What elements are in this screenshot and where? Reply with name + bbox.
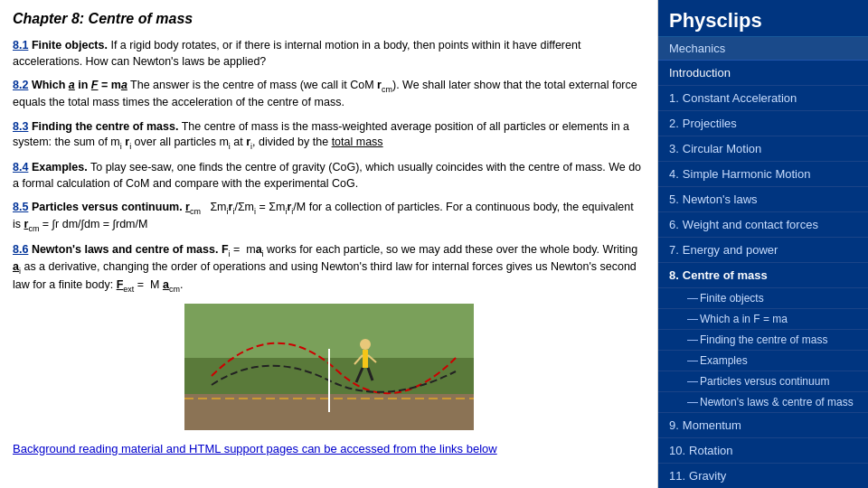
section-link-8-1[interactable]: 8.1: [13, 39, 28, 52]
sidebar: Physclips Mechanics Introduction 1. Cons…: [658, 0, 868, 488]
sidebar-item-7[interactable]: 7. Energy and power: [658, 238, 868, 263]
sidebar-subitem-finite[interactable]: Finite objects: [658, 288, 868, 309]
sidebar-item-3[interactable]: 3. Circular Motion: [658, 136, 868, 162]
trajectory-svg: [184, 304, 474, 430]
sidebar-subitem-newtons[interactable]: Newton's laws & centre of mass: [658, 392, 868, 413]
sidebar-item-9[interactable]: 9. Momentum: [658, 413, 868, 438]
sidebar-item-5[interactable]: 5. Newton's laws: [658, 187, 868, 212]
sidebar-item-6[interactable]: 6. Weight and contact forces: [658, 212, 868, 238]
page-title: Chapter 8: Centre of mass: [13, 11, 645, 27]
sidebar-item-11[interactable]: 11. Gravity: [658, 464, 868, 488]
svg-point-5: [360, 339, 371, 350]
section-8-6: 8.6 Newton's laws and centre of mass. Fi…: [13, 242, 645, 294]
sidebar-subtitle: Mechanics: [658, 37, 868, 61]
sidebar-subitem-which-a[interactable]: Which a in F = ma: [658, 309, 868, 330]
section-8-5: 8.5 Particles versus continuum. rcm Σmir…: [13, 200, 645, 234]
sidebar-subitem-particles[interactable]: Particles versus continuum: [658, 371, 868, 392]
section-link-8-5[interactable]: 8.5: [13, 201, 28, 213]
section-8-3: 8.3 Finding the centre of mass. The cent…: [13, 119, 645, 153]
section-link-8-3[interactable]: 8.3: [13, 120, 28, 133]
sidebar-item-1[interactable]: 1. Constant Acceleration: [658, 86, 868, 111]
sidebar-item-8[interactable]: 8. Centre of mass: [658, 263, 868, 288]
section-8-2: 8.2 Which a in F = ma The answer is the …: [13, 78, 645, 111]
sidebar-item-intro[interactable]: Introduction: [658, 61, 868, 86]
sidebar-brand: Physclips: [658, 0, 868, 37]
trajectory-image: [184, 304, 474, 430]
main-content: Chapter 8: Centre of mass 8.1 Finite obj…: [0, 0, 658, 488]
sidebar-item-2[interactable]: 2. Projectiles: [658, 111, 868, 136]
sidebar-subitem-examples[interactable]: Examples: [658, 351, 868, 371]
footer-link[interactable]: Background reading material and HTML sup…: [13, 442, 645, 455]
sidebar-item-4[interactable]: 4. Simple Harmonic Motion: [658, 162, 868, 187]
section-8-1: 8.1 Finite objects. If a rigid body rota…: [13, 38, 645, 70]
svg-rect-6: [363, 350, 368, 368]
section-link-8-6[interactable]: 8.6: [13, 243, 28, 256]
section-link-8-4[interactable]: 8.4: [13, 161, 28, 174]
sidebar-subitem-finding[interactable]: Finding the centre of mass: [658, 330, 868, 351]
trajectory-image-container: [13, 304, 645, 433]
section-link-8-2[interactable]: 8.2: [13, 79, 28, 91]
section-8-4: 8.4 Examples. To play see-saw, one finds…: [13, 160, 645, 192]
sidebar-item-10[interactable]: 10. Rotation: [658, 438, 868, 464]
